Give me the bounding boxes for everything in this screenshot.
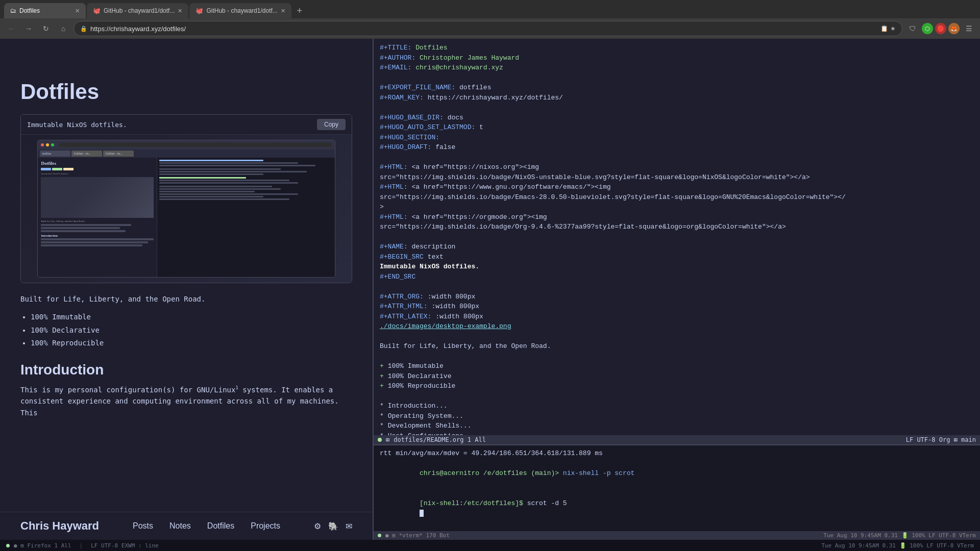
editor-line: #+HTML: <a href="https://www.gnu.org/sof… — [380, 182, 974, 192]
editor-line: #+HUGO_DRAFT: false — [380, 142, 974, 153]
sys-status-left: ● ⊞ Firefox 1 All — [14, 542, 71, 549]
emacs-status-bar: ● ⊞ *vterm* 170 Bot Tue Aug 10 9:45AM 0.… — [374, 531, 980, 540]
intro-heading: Introduction — [20, 362, 352, 378]
reload-button[interactable]: ↻ — [39, 21, 53, 36]
extension-icon-3[interactable]: 🦊 — [948, 23, 960, 34]
sys-status-middle: LF UTF-8 EXWM : line — [91, 542, 158, 549]
editor-line: * Development Shells... — [380, 421, 974, 431]
editor-line: + 100% Reproducible — [380, 381, 974, 391]
screenshot-container: Immutable NixOS dotfiles. Copy — [20, 114, 352, 283]
tab-close-github2[interactable]: ✕ — [281, 8, 285, 14]
editor-line: #+END_SRC — [380, 272, 974, 282]
footer-link-notes[interactable]: Notes — [169, 521, 191, 531]
tab-favicon-dotfiles: 🗂 — [10, 7, 16, 14]
reader-mode-icon[interactable]: 📋 — [880, 25, 888, 32]
shield-icon[interactable]: 🛡 — [905, 21, 920, 36]
editor-line — [380, 103, 974, 113]
editor-line — [380, 232, 974, 242]
editor-line: #+HUGO_BASE_DIR: docs — [380, 113, 974, 123]
editor-line: * Introduction... — [380, 401, 974, 411]
footer-link-posts[interactable]: Posts — [133, 521, 153, 531]
home-button[interactable]: ⌂ — [56, 21, 70, 36]
editor-line: #+AUTHOR: Christopher James Hayward — [380, 53, 974, 63]
modeline-right: LF UTF-8 Org ⊞ main — [906, 436, 976, 443]
footer-nav: Chris Hayward Posts Notes Dotfiles Proje… — [0, 512, 373, 540]
bookmark-icon[interactable]: ★ — [890, 25, 896, 32]
status-dot-left — [378, 534, 381, 537]
page-title: Dotfiles — [20, 80, 352, 104]
footer-link-projects[interactable]: Projects — [251, 521, 280, 531]
editor-line: #+BEGIN_SRC text — [380, 252, 974, 262]
list-item: 100% Declarative — [31, 324, 352, 337]
tab-title-github2: GitHub - chayward1/dotf... — [206, 7, 277, 14]
menu-button[interactable]: ☰ — [962, 21, 976, 36]
editor-line: src="https://img.shields.io/badge/Org-9.… — [380, 222, 974, 232]
editor-line: #+HTML: <a href="https://nixos.org"><img — [380, 162, 974, 172]
editor-line: #+NAME: description — [380, 242, 974, 252]
footer-brand: Chris Hayward — [20, 519, 99, 533]
editor-line: + 100% Declarative — [380, 371, 974, 382]
editor-line: #+EMAIL: chris@chrishayward.xyz — [380, 63, 974, 73]
screenshot-image: dotfiles GitHub - ch... GitHub - ch... D… — [21, 135, 352, 283]
editor-line: #+ATTR_HTML: :width 800px — [380, 302, 974, 312]
modeline-dot — [378, 438, 382, 442]
extension-icon-1[interactable]: ⬡ — [922, 23, 933, 34]
forward-icon: → — [25, 24, 32, 33]
terminal-area[interactable]: rtt min/avg/max/mdev = 49.294/186.651/36… — [374, 444, 980, 531]
editor-line: #+ROAM_KEY: https://chrishayward.xyz/dot… — [380, 93, 974, 103]
list-item: 100% Immutable — [31, 311, 352, 323]
intro-text: This is my personal configuration(s) for… — [20, 384, 352, 418]
browser-tab-github1[interactable]: 🐙 GitHub - chayward1/dotf... ✕ — [87, 3, 188, 18]
editor-line — [380, 282, 974, 292]
sys-status-right: Tue Aug 10 9:45AM 0.31 🔋 100% LF UTF-8 V… — [821, 542, 974, 549]
editor-line: Built for Life, Liberty, and the Open Ro… — [380, 341, 974, 352]
tab-title-dotfiles: Dotfiles — [19, 7, 72, 14]
lock-icon: 🔒 — [80, 26, 87, 32]
editor-line — [380, 332, 974, 342]
tab-title-github1: GitHub - chayward1/dotf... — [104, 7, 175, 14]
new-tab-button[interactable]: + — [292, 4, 307, 18]
address-text: https://chrishayward.xyz/dotfiles/ — [90, 25, 877, 33]
editor-line: #+HTML: <a href="https://orgmode.org"><i… — [380, 212, 974, 222]
editor-line: * Operating System... — [380, 411, 974, 421]
list-item: 100% Reproducible — [31, 337, 352, 349]
terminal-line-2: chris@acernitro /e/dotfiles (main)> nix-… — [380, 459, 974, 489]
tab-close-dotfiles[interactable]: ✕ — [75, 8, 80, 14]
editor-line — [380, 391, 974, 402]
back-button[interactable]: ← — [4, 21, 18, 36]
editor-line — [380, 153, 974, 163]
tab-close-github1[interactable]: ✕ — [178, 8, 182, 14]
address-bar[interactable]: 🔒 https://chrishayward.xyz/dotfiles/ 📋 ★ — [74, 21, 902, 36]
forward-button[interactable]: → — [21, 21, 36, 36]
new-tab-icon: + — [297, 6, 303, 16]
status-text-right: Tue Aug 10 9:45AM 0.31 🔋 100% LF UTF-8 V… — [823, 532, 976, 539]
editor-panel: #+TITLE: Dotfiles #+AUTHOR: Christopher … — [373, 39, 980, 540]
web-page: Dotfiles Immutable NixOS dotfiles. Copy — [0, 39, 373, 512]
editor-line: #+ATTR_LATEX: :width 800px — [380, 312, 974, 322]
reload-icon: ↻ — [43, 24, 49, 33]
editor-line: #+TITLE: Dotfiles — [380, 43, 974, 53]
editor-line — [380, 352, 974, 362]
extension-icon-2[interactable]: 🛑 — [935, 23, 946, 34]
footer-link-dotfiles[interactable]: Dotfiles — [207, 521, 234, 531]
mastodon-icon[interactable]: 🐘 — [328, 521, 338, 531]
editor-content[interactable]: #+TITLE: Dotfiles #+AUTHOR: Christopher … — [374, 39, 980, 435]
browser-tab-dotfiles[interactable]: 🗂 Dotfiles ✕ — [4, 3, 86, 18]
back-icon: ← — [8, 24, 15, 33]
editor-line: * Host Configurations... — [380, 431, 974, 436]
system-status-bar: ● ⊞ Firefox 1 All | LF UTF-8 EXWM : line… — [0, 540, 980, 551]
terminal-prompt-2: [nix-shell:/etc/dotfiles]$ — [420, 499, 523, 507]
email-icon[interactable]: ✉ — [346, 521, 352, 531]
tab-favicon-github1: 🐙 — [93, 7, 101, 14]
sys-dot-left — [6, 544, 10, 547]
github-icon[interactable]: ⚙ — [314, 521, 321, 531]
browser-tab-github2[interactable]: 🐙 GitHub - chayward1/dotf... ✕ — [189, 3, 291, 18]
copy-button[interactable]: Copy — [317, 119, 346, 130]
editor-line: #+HUGO_AUTO_SET_LASTMOD: t — [380, 122, 974, 133]
terminal-line-1: rtt min/avg/max/mdev = 49.294/186.651/36… — [380, 448, 974, 459]
editor-line: #+EXPORT_FILE_NAME: dotfiles — [380, 83, 974, 93]
terminal-cmd-2: scrot -d 5 — [523, 499, 567, 507]
editor-line: + 100% Immutable — [380, 361, 974, 371]
bullet-list: 100% Immutable 100% Declarative 100% Rep… — [20, 311, 352, 349]
editor-line: #+HUGO_SECTION: — [380, 133, 974, 143]
